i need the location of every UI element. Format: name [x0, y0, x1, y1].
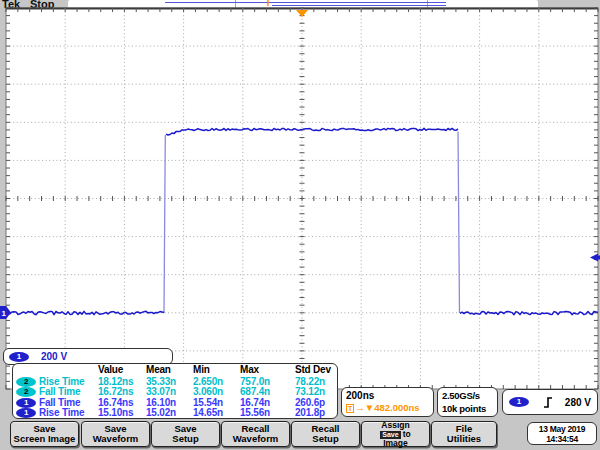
- acquisition-readout: 2.50GS/s 10k points: [437, 387, 498, 417]
- measurement-name: Rise Time: [39, 408, 84, 419]
- recall-waveform-button[interactable]: RecallWaveform: [221, 421, 290, 447]
- trigger-level-value: 280 V: [565, 397, 591, 408]
- save-waveform-button[interactable]: SaveWaveform: [81, 421, 150, 447]
- measurement-row: 1Rise Time 15.10ns 15.02n 14.65n 15.56n …: [16, 408, 337, 419]
- measurement-header-row: Value Mean Min Max Std Dev: [16, 365, 337, 377]
- file-utilities-button[interactable]: FileUtilities: [431, 421, 497, 447]
- trigger-delay-value: 482.000ns: [374, 402, 419, 414]
- col-header-mean: Mean: [146, 365, 193, 377]
- col-header-value: Value: [98, 365, 146, 377]
- recall-setup-button[interactable]: RecallSetup: [291, 421, 360, 447]
- channel2-badge: 2: [16, 377, 36, 387]
- channel2-badge: 2: [16, 387, 36, 397]
- save-setup-button[interactable]: SaveSetup: [151, 421, 220, 447]
- channel1-position-marker-label: 1: [2, 309, 7, 318]
- measurement-name: Fall Time: [39, 387, 80, 398]
- trigger-level-marker-stem: [596, 256, 600, 260]
- time-value: 14:34:54: [546, 434, 578, 444]
- channel1-scale: 200 V: [41, 351, 67, 362]
- record-length: 10k points: [442, 402, 497, 415]
- measurement-row: 2Fall Time 16.72ns 33.07n 3.060n 687.4n …: [16, 387, 337, 398]
- trigger-delay-readout: T →▼ 482.000ns: [346, 402, 433, 414]
- datetime-readout: 13 May 2019 14:34:54: [527, 422, 597, 445]
- measurement-table: Value Mean Min Max Std Dev 2Rise Time 18…: [12, 363, 338, 419]
- trigger-t-icon: T: [346, 404, 354, 413]
- col-header-min: Min: [193, 365, 240, 377]
- date-value: 13 May 2019: [539, 424, 585, 434]
- save-screen-image-button[interactable]: SaveScreen Image: [10, 421, 79, 447]
- channel1-badge: 1: [9, 352, 29, 362]
- col-header-stddev: Std Dev: [295, 365, 337, 377]
- trigger-readout: 1 280 V: [502, 389, 598, 415]
- channel1-badge: 1: [16, 408, 36, 418]
- trigger-source-badge: 1: [509, 397, 529, 407]
- delay-arrow-icon: →▼: [355, 402, 374, 414]
- timebase-scale: 200ns: [346, 389, 433, 402]
- oscilloscope-screen: Tek Stop T 1 1 200 V Value Mean Min Max: [0, 0, 600, 450]
- sample-rate: 2.50GS/s: [442, 389, 497, 402]
- timebase-readout: 200ns T →▼ 482.000ns: [341, 387, 434, 417]
- assign-save-to-image-button[interactable]: Assign Saveto Image: [361, 421, 430, 447]
- rising-slope-icon: [543, 396, 554, 409]
- channel1-badge: 1: [16, 398, 36, 408]
- col-header-max: Max: [240, 365, 295, 377]
